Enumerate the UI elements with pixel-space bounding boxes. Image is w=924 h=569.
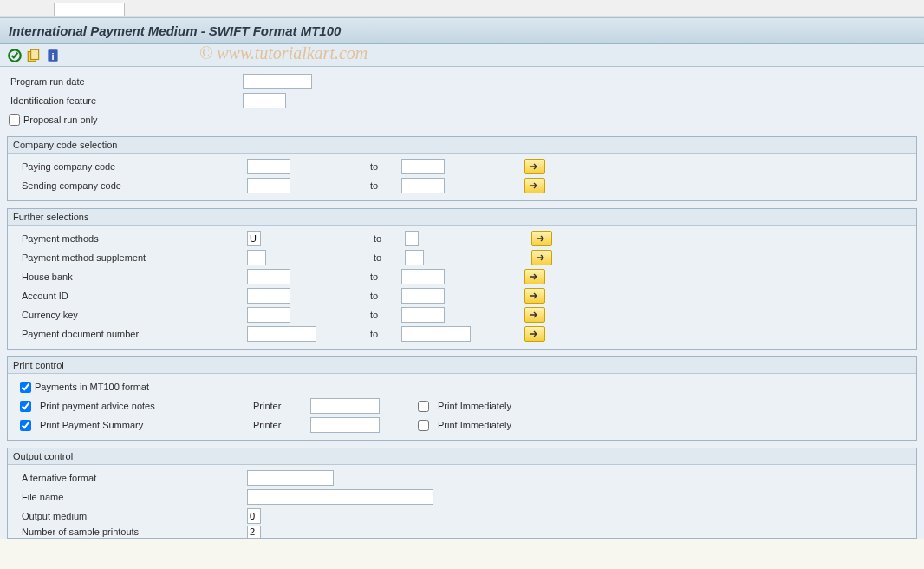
paying-cc-from[interactable] <box>247 159 290 174</box>
multi-select-button[interactable] <box>524 307 545 323</box>
pay-doc-from[interactable] <box>247 326 316 342</box>
sample-printouts-input[interactable] <box>247 526 261 538</box>
pay-methods-from[interactable] <box>247 231 261 246</box>
svg-rect-2 <box>31 49 39 59</box>
house-bank-label: House bank <box>11 271 150 282</box>
toolbar: i <box>0 44 924 67</box>
run-date-label: Program run date <box>7 76 146 87</box>
file-name-input[interactable] <box>247 489 433 505</box>
account-id-from[interactable] <box>247 288 290 304</box>
to-label: to <box>370 291 396 301</box>
summary-immediate-checkbox[interactable] <box>418 420 429 431</box>
multi-select-button[interactable] <box>531 250 552 265</box>
top-strip <box>0 0 924 17</box>
ident-label: Identification feature <box>7 95 146 106</box>
advice-checkbox[interactable] <box>20 401 31 412</box>
pay-methods-label: Payment methods <box>11 233 150 244</box>
group-print-control: Print control Payments in MT100 format P… <box>7 356 917 441</box>
pay-supplement-label: Payment method supplement <box>11 252 150 263</box>
advice-immediate-checkbox[interactable] <box>418 401 429 412</box>
svg-text:i: i <box>51 50 54 61</box>
house-bank-from[interactable] <box>247 269 290 284</box>
group-title-further: Further selections <box>8 209 916 226</box>
to-label: to <box>370 271 396 282</box>
pay-methods-to[interactable] <box>405 231 419 246</box>
page-title: International Payment Medium - SWIFT For… <box>0 17 924 44</box>
multi-select-button[interactable] <box>524 159 545 174</box>
proposal-checkbox[interactable] <box>9 114 20 126</box>
currency-key-from[interactable] <box>247 307 290 323</box>
printer-label: Printer <box>253 401 305 411</box>
proposal-label: Proposal run only <box>23 114 98 125</box>
to-label: to <box>370 161 396 172</box>
summary-label: Print Payment Summary <box>40 420 248 430</box>
group-title-company: Company code selection <box>8 137 916 154</box>
pay-doc-label: Payment document number <box>11 329 150 339</box>
file-name-label: File name <box>11 492 150 502</box>
execute-icon[interactable] <box>7 48 23 63</box>
variant-icon[interactable] <box>26 48 42 63</box>
multi-select-button[interactable] <box>524 288 545 304</box>
pay-supplement-to[interactable] <box>405 250 424 265</box>
pay-doc-to[interactable] <box>401 326 471 342</box>
mt100-checkbox[interactable] <box>20 382 31 393</box>
printer-label: Printer <box>253 420 305 430</box>
sending-cc-to[interactable] <box>401 178 445 193</box>
multi-select-button[interactable] <box>524 326 545 342</box>
group-title-output: Output control <box>8 448 916 465</box>
to-label: to <box>370 329 396 339</box>
group-further-selections: Further selections Payment methods to Pa… <box>7 208 917 350</box>
immediately-label: Print Immediately <box>438 420 511 430</box>
to-label: to <box>370 310 396 320</box>
paying-cc-label: Paying company code <box>11 161 150 172</box>
output-medium-input[interactable] <box>247 508 261 524</box>
mt100-label: Payments in MT100 format <box>35 382 149 392</box>
sending-cc-label: Sending company code <box>11 180 150 191</box>
alt-format-input[interactable] <box>247 470 334 486</box>
paying-cc-to[interactable] <box>401 159 445 174</box>
content-area: Program run date Identification feature … <box>0 67 924 539</box>
account-id-to[interactable] <box>401 288 445 304</box>
group-output-control: Output control Alternative format File n… <box>7 448 917 539</box>
multi-select-button[interactable] <box>524 269 545 284</box>
alt-format-label: Alternative format <box>11 473 150 483</box>
ident-input[interactable] <box>243 93 286 108</box>
sending-cc-from[interactable] <box>247 178 290 193</box>
advice-printer-input[interactable] <box>310 398 380 414</box>
house-bank-to[interactable] <box>401 269 445 284</box>
summary-checkbox[interactable] <box>20 420 31 431</box>
immediately-label: Print Immediately <box>438 401 511 411</box>
to-label: to <box>374 252 400 263</box>
account-id-label: Account ID <box>11 291 150 301</box>
summary-printer-input[interactable] <box>310 417 380 433</box>
multi-select-button[interactable] <box>524 178 545 193</box>
currency-key-label: Currency key <box>11 310 150 320</box>
pay-supplement-from[interactable] <box>247 250 266 265</box>
output-medium-label: Output medium <box>11 511 150 521</box>
to-label: to <box>374 233 400 244</box>
to-label: to <box>370 180 396 191</box>
advice-label: Print payment advice notes <box>40 401 248 411</box>
info-icon[interactable]: i <box>45 48 61 63</box>
group-title-print: Print control <box>8 357 916 374</box>
group-company-code: Company code selection Paying company co… <box>7 136 917 201</box>
multi-select-button[interactable] <box>531 231 552 246</box>
run-date-input[interactable] <box>243 74 312 89</box>
currency-key-to[interactable] <box>401 307 445 323</box>
sample-printouts-label: Number of sample printouts <box>11 526 150 537</box>
